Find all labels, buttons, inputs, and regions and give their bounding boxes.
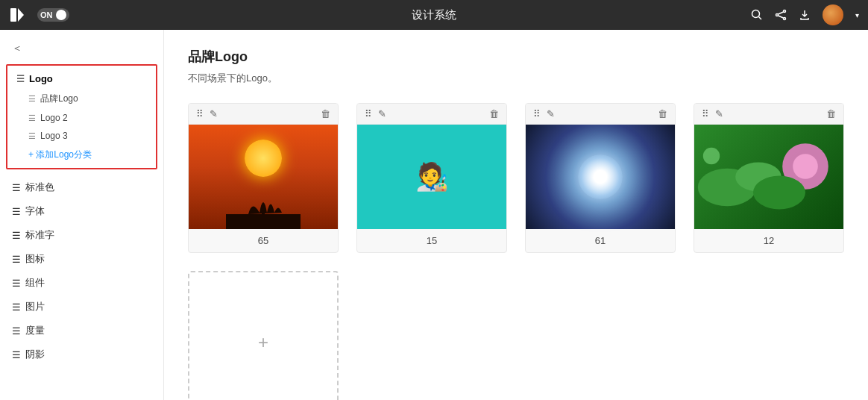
sidebar-item-shadow[interactable]: ☰ 阴影 [3, 343, 160, 366]
svg-point-4 [776, 14, 779, 16]
menu-icon: ☰ [12, 325, 21, 337]
gallery-card-1: ⠿ ✎ 🗑 65 [188, 103, 339, 253]
add-icon: + [258, 332, 268, 353]
svg-line-7 [779, 16, 784, 18]
card-count-2: 15 [357, 229, 506, 252]
grid-icon-3[interactable]: ⠿ [533, 108, 541, 119]
card-image-1 [189, 125, 338, 229]
add-card-button[interactable]: + [188, 271, 339, 400]
grid-icon-2[interactable]: ⠿ [365, 108, 372, 119]
app-header: ON 设计系统 ▾ [0, 0, 868, 30]
menu-icon: ☰ [28, 131, 36, 141]
card-image-4 [694, 125, 843, 229]
share-icon[interactable] [775, 9, 787, 21]
gallery-card-4: ⠿ ✎ 🗑 [694, 103, 844, 253]
header-title: 设计系统 [412, 8, 456, 22]
sidebar-item-standard-char[interactable]: ☰ 标准字 [3, 223, 160, 247]
header-logo-group: ON [9, 7, 69, 23]
download-icon[interactable] [799, 9, 811, 21]
gallery-card-3: ⠿ ✎ 🗑 61 [525, 103, 676, 253]
toggle-label: ON [40, 10, 53, 19]
menu-icon: ☰ [12, 301, 21, 313]
avatar-dropdown-icon[interactable]: ▾ [855, 11, 859, 19]
green-scene [694, 125, 843, 229]
teal-scene: 🧑‍🎨 [415, 163, 449, 190]
card-count-4: 12 [694, 229, 843, 252]
svg-point-14 [753, 176, 805, 210]
edit-icon-4[interactable]: ✎ [715, 108, 723, 119]
sidebar-item-image[interactable]: ☰ 图片 [3, 295, 160, 319]
menu-icon: ☰ [12, 230, 21, 241]
menu-icon: ☰ [12, 349, 21, 360]
svg-point-1 [752, 10, 760, 18]
menu-icon: ☰ [12, 254, 21, 265]
sidebar-item-component[interactable]: ☰ 组件 [3, 271, 160, 295]
svg-point-5 [784, 18, 786, 20]
sidebar-item-font[interactable]: ☰ 字体 [3, 199, 160, 223]
page-title: 品牌Logo [188, 48, 844, 66]
card-image-3 [526, 125, 675, 229]
main-content: 品牌Logo 不同场景下的Logo。 ⠿ ✎ 🗑 [164, 30, 868, 400]
sidebar-item-icon[interactable]: ☰ 图标 [3, 247, 160, 271]
menu-icon: ☰ [12, 182, 21, 193]
silhouette-element [204, 184, 323, 229]
grid-icon-1[interactable]: ⠿ [196, 108, 204, 119]
gallery-card-2: ⠿ ✎ 🗑 🧑‍🎨 15 [356, 103, 507, 253]
card-image-2: 🧑‍🎨 [357, 125, 506, 229]
delete-icon-4[interactable]: 🗑 [826, 108, 836, 119]
delete-icon-3[interactable]: 🗑 [658, 108, 667, 119]
sidebar-item-standard-color[interactable]: ☰ 标准色 [3, 175, 160, 199]
sidebar-item-logo[interactable]: ☰ Logo [7, 69, 156, 89]
card-count-1: 65 [189, 229, 338, 252]
edit-icon-2[interactable]: ✎ [378, 108, 386, 119]
sidebar-item-measure[interactable]: ☰ 度量 [3, 319, 160, 343]
svg-point-11 [793, 154, 818, 179]
menu-icon: ☰ [12, 278, 21, 289]
menu-icon: ☰ [28, 94, 36, 104]
sidebar-back-button[interactable]: ＜ [0, 36, 163, 61]
card-toolbar-1: ⠿ ✎ 🗑 [189, 104, 338, 125]
edit-icon-1[interactable]: ✎ [210, 108, 218, 119]
grid-icon-4[interactable]: ⠿ [702, 108, 709, 119]
delete-icon-2[interactable]: 🗑 [489, 108, 499, 119]
sidebar-add-logo-category[interactable]: + 添加Logo分类 [7, 145, 156, 165]
user-avatar[interactable] [823, 4, 843, 25]
sidebar-item-brand-logo[interactable]: ☰ 品牌Logo [7, 89, 156, 109]
flower-svg [694, 125, 843, 229]
teal-figure-icon: 🧑‍🎨 [415, 163, 449, 190]
search-icon[interactable] [751, 9, 763, 21]
svg-rect-9 [262, 207, 265, 229]
edit-icon-3[interactable]: ✎ [547, 108, 555, 119]
sidebar: ＜ ☰ Logo ☰ 品牌Logo ☰ Logo 2 ☰ Logo 3 + 添加… [0, 30, 164, 400]
app-logo-icon [9, 7, 25, 23]
svg-line-2 [759, 17, 762, 20]
sidebar-item-logo3[interactable]: ☰ Logo 3 [7, 127, 156, 145]
sidebar-logo-section: ☰ Logo ☰ 品牌Logo ☰ Logo 2 ☰ Logo 3 + 添加Lo… [6, 64, 157, 169]
svg-point-15 [703, 148, 720, 164]
menu-icon: ☰ [28, 113, 36, 123]
card-toolbar-3: ⠿ ✎ 🗑 [526, 104, 675, 125]
menu-icon: ☰ [16, 74, 25, 84]
card-toolbar-2: ⠿ ✎ 🗑 [357, 104, 506, 125]
toggle-circle [56, 10, 66, 20]
card-count-3: 61 [526, 229, 675, 252]
gallery-grid: ⠿ ✎ 🗑 65 ⠿ [188, 103, 844, 400]
sun-element [245, 140, 282, 177]
svg-line-6 [779, 12, 784, 14]
main-area: ＜ ☰ Logo ☰ 品牌Logo ☰ Logo 2 ☰ Logo 3 + 添加… [0, 30, 868, 400]
svg-point-3 [784, 10, 786, 13]
light-orb-element [578, 154, 623, 199]
svg-rect-0 [10, 8, 16, 22]
toggle-switch[interactable]: ON [37, 8, 69, 22]
header-actions: ▾ [751, 4, 859, 25]
sidebar-item-logo2[interactable]: ☰ Logo 2 [7, 109, 156, 127]
card-toolbar-4: ⠿ ✎ 🗑 [694, 104, 843, 125]
menu-icon: ☰ [12, 206, 21, 217]
page-description: 不同场景下的Logo。 [188, 72, 844, 85]
delete-icon-1[interactable]: 🗑 [321, 108, 330, 119]
